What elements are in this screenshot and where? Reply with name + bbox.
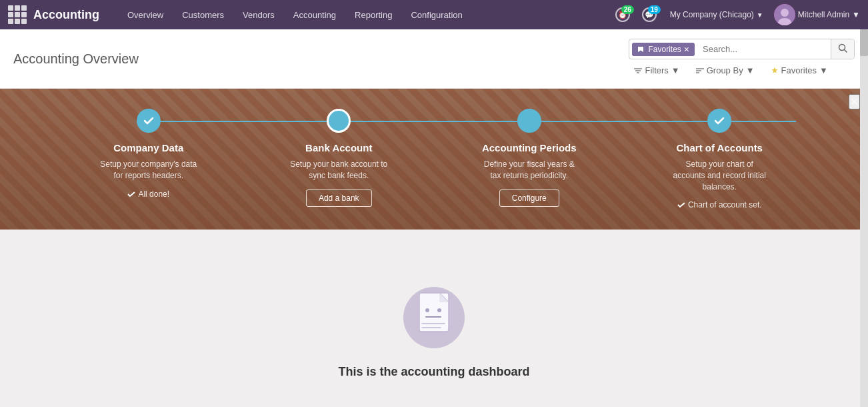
nav-item-reporting[interactable]: Reporting [345,0,401,29]
step-company-data-dot [137,109,161,133]
app-grid-icon[interactable] [8,5,27,24]
scrollbar-track[interactable] [860,29,868,407]
step-company-data-desc: Setup your company's data for reports he… [99,159,199,181]
favorites-button[interactable]: Favorites ▼ [765,63,833,77]
filters-label: Filters [645,65,668,75]
step-bank-account-desc: Setup your bank account to sync bank fee… [289,159,389,181]
step-chart-of-accounts-dot [707,109,731,133]
step-company-data: Company Data Setup your company's data f… [53,109,244,199]
empty-state-illustration [401,281,467,354]
main-menu: Overview Customers Vendors Accounting Re… [118,0,613,29]
filter-tag-favorites[interactable]: Favorites × [632,43,695,56]
page-title: Accounting Overview [13,51,139,67]
nav-item-vendors[interactable]: Vendors [233,0,284,29]
empty-state: This is the accounting dashboard [338,281,529,379]
user-chevron-icon: ▼ [852,10,860,19]
step-accounting-periods: Accounting Periods Define your fiscal ye… [434,109,625,207]
search-area: Favorites × Filters ▼ Group By ▼ [629,39,855,79]
step-chart-of-accounts-action-text: Chart of account set. [688,200,762,210]
favorites-chevron-icon: ▼ [819,65,828,75]
step-bank-account: Bank Account Setup your bank account to … [244,109,435,207]
clock-notification[interactable]: ⏰ 26 [613,7,633,23]
group-by-button[interactable]: Group By ▼ [691,63,760,77]
search-row: Favorites × [629,39,855,59]
company-selector[interactable]: My Company (Chicago) ▼ [666,10,767,19]
user-name: Mitchell Admin [798,10,849,19]
top-navigation: Accounting Overview Customers Vendors Ac… [0,0,868,29]
nav-item-overview[interactable]: Overview [118,0,173,29]
filter-tag-label: Favorites [648,45,681,54]
step-chart-of-accounts-title: Chart of Accounts [677,142,763,153]
filter-row: Filters ▼ Group By ▼ Favorites ▼ [629,62,855,79]
step-accounting-periods-title: Accounting Periods [482,142,577,153]
topnav-right: ⏰ 26 💬 19 My Company (Chicago) ▼ Mitchel… [613,4,860,25]
filters-button[interactable]: Filters ▼ [629,63,685,77]
banner-close-button[interactable]: ✕ [849,94,860,109]
search-submit-button[interactable] [831,39,854,59]
search-input[interactable] [697,41,831,57]
clock-badge-count: 26 [621,5,634,14]
svg-point-1 [781,9,789,17]
svg-point-14 [437,308,441,312]
configure-periods-button[interactable]: Configure [499,189,559,207]
step-company-data-action-text: All done! [138,189,169,199]
filter-tag-remove-icon[interactable]: × [684,45,689,54]
group-by-chevron-icon: ▼ [746,65,755,75]
filters-chevron-icon: ▼ [671,65,680,75]
step-company-data-action: All done! [127,189,169,199]
step-chart-of-accounts-desc: Setup your chart of accounts and record … [669,159,769,192]
user-avatar [774,4,795,25]
step-company-data-title: Company Data [113,142,183,153]
nav-item-customers[interactable]: Customers [173,0,233,29]
empty-state-title: This is the accounting dashboard [338,365,529,379]
company-name: My Company (Chicago) [670,10,754,19]
group-by-label: Group By [707,65,743,75]
message-notification[interactable]: 💬 19 [639,7,659,23]
step-accounting-periods-desc: Define your fiscal years & tax returns p… [479,159,579,181]
message-badge-count: 19 [648,5,661,14]
add-bank-button[interactable]: Add a bank [306,189,372,207]
svg-point-13 [425,308,429,312]
title-bar: Accounting Overview Favorites × Filter [0,29,868,89]
nav-item-configuration[interactable]: Configuration [401,0,471,29]
main-content: This is the accounting dashboard [0,230,868,407]
step-chart-of-accounts: Chart of Accounts Setup your chart of ac… [625,109,815,210]
user-menu[interactable]: Mitchell Admin ▼ [774,4,860,25]
company-chevron-icon: ▼ [757,11,763,19]
favorites-label: Favorites [781,65,817,75]
app-logo[interactable]: Accounting [33,8,99,22]
svg-line-4 [845,50,847,53]
step-bank-account-title: Bank Account [305,142,372,153]
setup-banner: ✕ Company Data Setup your company's data… [0,89,868,230]
scrollbar-thumb[interactable] [860,29,868,56]
step-accounting-periods-dot [517,109,541,133]
step-chart-of-accounts-action: Chart of account set. [677,200,762,210]
nav-item-accounting[interactable]: Accounting [284,0,345,29]
step-bank-account-dot [327,109,351,133]
setup-steps: Company Data Setup your company's data f… [27,109,841,210]
